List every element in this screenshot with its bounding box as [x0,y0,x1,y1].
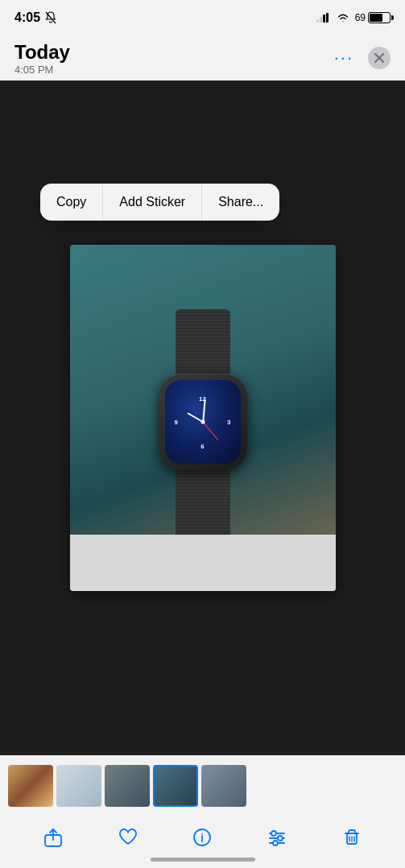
svg-point-16 [273,841,278,845]
status-bar: 4:05 69 [0,0,405,35]
action-bar [0,813,405,863]
adjust-button[interactable] [259,820,295,855]
battery-percent: 69 [355,12,366,23]
thumbnail-5[interactable] [201,765,246,807]
svg-rect-1 [316,19,319,23]
watch-case: 12 3 6 9 [159,374,247,470]
info-icon [192,827,213,848]
strap-bottom [176,470,230,543]
context-menu-copy[interactable]: Copy [40,184,103,221]
strap-top [176,309,230,374]
thumbnail-2[interactable] [56,765,101,807]
context-menu-share[interactable]: Share... [202,184,279,221]
thumbnail-strip [0,755,405,813]
shelf [70,535,336,591]
photo-area: 12 3 6 9 Copy Add Stick [0,81,405,755]
adjust-icon [267,827,287,848]
svg-rect-2 [320,17,322,23]
minute-hand [202,399,205,422]
svg-point-15 [278,836,283,841]
svg-point-10 [202,833,204,835]
wifi-icon [336,12,350,23]
svg-rect-3 [323,14,325,23]
header-left: Today 4:05 PM [14,41,70,76]
battery-indicator: 69 [355,12,391,23]
trash-icon [341,827,362,848]
share-button[interactable] [35,820,71,855]
svg-point-14 [271,831,276,836]
page-subtitle: 4:05 PM [14,64,70,76]
clock-face: 12 3 6 9 [175,394,231,450]
clock-9: 9 [175,419,178,426]
status-time: 4:05 [14,10,40,25]
watch-screen: 12 3 6 9 [165,380,241,464]
page-title: Today [14,41,70,64]
like-button[interactable] [110,820,146,855]
bottom-toolbar [0,755,405,868]
thumbnail-4[interactable] [153,765,198,807]
thumbnail-1[interactable] [8,765,53,807]
delete-button[interactable] [334,820,370,855]
watch-illustration: 12 3 6 9 [159,309,247,543]
svg-rect-4 [326,13,329,23]
share-icon [43,827,64,848]
status-icons: 69 [316,12,391,23]
heart-icon [118,827,138,848]
header: Today 4:05 PM ··· [0,35,405,81]
info-button[interactable] [184,820,220,855]
second-hand [202,422,218,441]
header-right: ··· [334,47,391,69]
photo-image[interactable]: 12 3 6 9 [70,245,336,591]
battery-icon [368,12,391,23]
context-menu-add-sticker[interactable]: Add Sticker [103,184,202,221]
home-indicator [151,858,255,862]
context-menu: Copy Add Sticker Share... [40,184,279,221]
silent-icon [45,11,56,24]
signal-icon [316,13,331,23]
close-icon [374,53,384,63]
close-button[interactable] [368,47,391,69]
more-button[interactable]: ··· [334,48,353,68]
clock-center-dot [200,420,205,424]
thumbnail-3[interactable] [105,765,150,807]
clock-3: 3 [227,419,230,426]
clock-6: 6 [200,443,204,450]
